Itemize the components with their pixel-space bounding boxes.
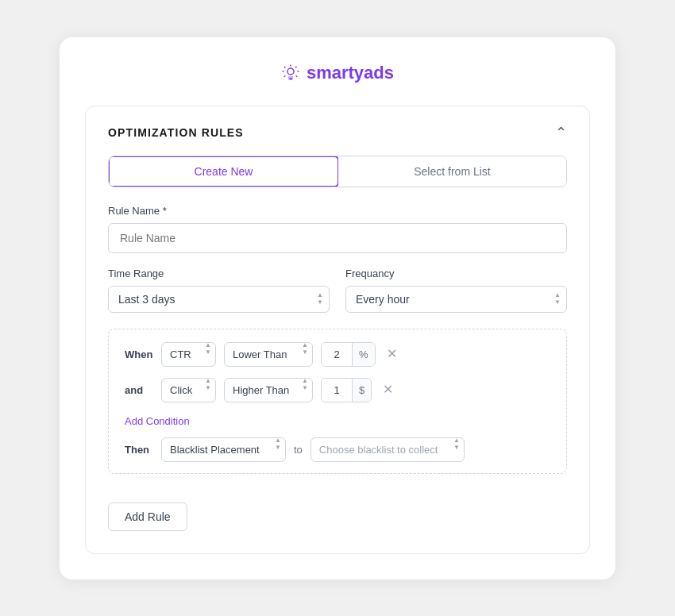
when-label: When (125, 348, 153, 360)
conditions-box: When CTR CPC CPM ▲ ▼ Lower Than Hi (108, 329, 567, 474)
add-rule-button[interactable]: Add Rule (108, 502, 187, 531)
when-value-input[interactable] (322, 343, 352, 366)
logo-area: smartyads (85, 63, 590, 83)
when-condition-select[interactable]: Lower Than Higher Than Equal To (224, 342, 313, 367)
inner-card: OPTIMIZATION RULES ⌃ Create New Select f… (85, 106, 590, 554)
time-range-label: Time Range (108, 268, 330, 279)
logo-text: smartyads (307, 63, 394, 83)
and-condition-wrapper: Higher Than Lower Than Equal To ▲ ▼ (224, 378, 313, 402)
outer-card: smartyads OPTIMIZATION RULES ⌃ Create Ne… (60, 37, 615, 579)
and-label: and (125, 384, 153, 396)
when-condition-row: When CTR CPC CPM ▲ ▼ Lower Than Hi (125, 342, 550, 367)
frequency-col: Frequancy Every hour Every day Every wee… (345, 268, 567, 313)
when-metric-select[interactable]: CTR CPC CPM (161, 342, 216, 367)
and-unit: $ (352, 379, 371, 402)
rule-name-label: Rule Name * (108, 205, 567, 217)
when-remove-button[interactable]: ✕ (384, 348, 400, 360)
when-value-wrapper: % (321, 342, 376, 367)
frequency-label: Frequancy (345, 268, 567, 279)
card-header: OPTIMIZATION RULES ⌃ (108, 125, 567, 140)
then-action-select[interactable]: Blacklist Placement Pause Campaign Incre… (161, 437, 286, 462)
rule-name-section: Rule Name * (108, 205, 567, 268)
tab-select-from-list[interactable]: Select from List (338, 156, 566, 187)
add-condition-button[interactable]: Add Condition (125, 415, 190, 427)
then-label: Then (125, 444, 153, 456)
logo-icon (281, 64, 300, 83)
to-label: to (294, 444, 303, 456)
then-action-wrapper: Blacklist Placement Pause Campaign Incre… (161, 437, 286, 462)
and-condition-row: and Click CTR CPC ▲ ▼ Higher Than (125, 378, 550, 402)
collapse-button[interactable]: ⌃ (555, 125, 567, 140)
when-condition-wrapper: Lower Than Higher Than Equal To ▲ ▼ (224, 342, 313, 367)
svg-point-0 (287, 68, 294, 75)
then-destination-select[interactable]: Choose blacklist to collect Blacklist 1 … (310, 437, 465, 462)
frequency-select[interactable]: Every hour Every day Every week (345, 286, 567, 313)
then-row: Then Blacklist Placement Pause Campaign … (125, 437, 550, 462)
and-remove-button[interactable]: ✕ (380, 383, 396, 396)
and-condition-select[interactable]: Higher Than Lower Than Equal To (224, 378, 313, 402)
tabs-container: Create New Select from List (108, 156, 567, 187)
rule-name-input[interactable] (108, 223, 567, 253)
frequency-wrapper: Every hour Every day Every week ▲ ▼ (345, 286, 567, 313)
card-title: OPTIMIZATION RULES (108, 126, 244, 139)
time-range-select[interactable]: Last 3 days Last 7 days Last 30 days (108, 286, 330, 313)
then-destination-wrapper: Choose blacklist to collect Blacklist 1 … (310, 437, 465, 462)
time-frequency-row: Time Range Last 3 days Last 7 days Last … (108, 268, 567, 313)
and-value-input[interactable] (322, 379, 352, 402)
time-range-col: Time Range Last 3 days Last 7 days Last … (108, 268, 330, 313)
and-value-wrapper: $ (321, 378, 372, 402)
when-unit: % (352, 343, 375, 366)
time-range-wrapper: Last 3 days Last 7 days Last 30 days ▲ ▼ (108, 286, 330, 313)
and-metric-select[interactable]: Click CTR CPC (161, 378, 216, 402)
and-metric-wrapper: Click CTR CPC ▲ ▼ (161, 378, 216, 402)
when-metric-wrapper: CTR CPC CPM ▲ ▼ (161, 342, 216, 367)
tab-create-new[interactable]: Create New (108, 156, 339, 187)
